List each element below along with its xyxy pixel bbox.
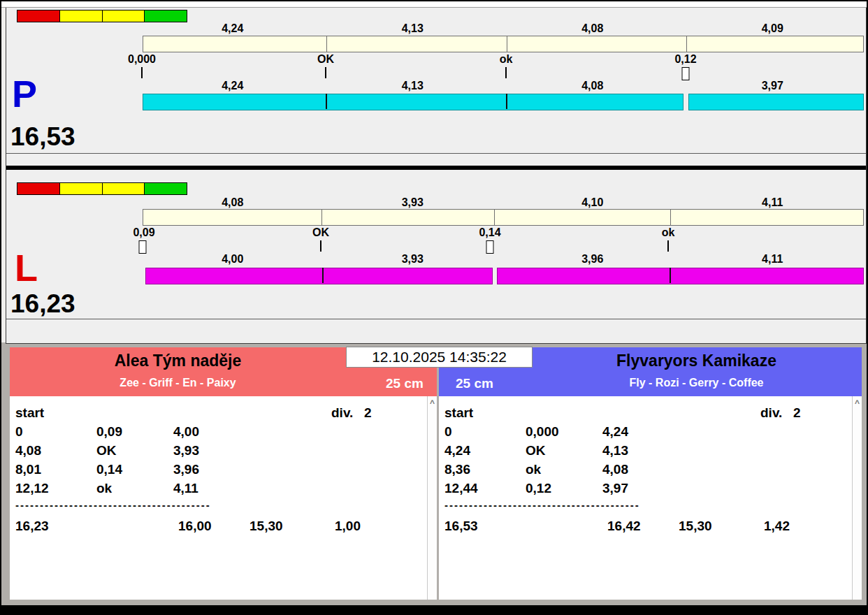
marker-glyph bbox=[325, 67, 326, 78]
totals-row: 16,23 16,00 15,30 1,00 bbox=[15, 519, 424, 534]
cross-status: ok bbox=[96, 481, 173, 496]
split-cumulative: 0 bbox=[15, 424, 96, 440]
bar-tick bbox=[507, 36, 507, 52]
marker-glyph bbox=[139, 240, 147, 254]
legend-red-segment bbox=[17, 10, 60, 22]
run-bar-segment bbox=[688, 94, 864, 110]
bar-tick bbox=[326, 36, 327, 52]
split-cumulative: 4,08 bbox=[15, 443, 96, 458]
separator-line bbox=[6, 319, 866, 319]
scrollbar[interactable]: ^ bbox=[427, 396, 437, 600]
legend-yellow-segment bbox=[60, 183, 103, 194]
run-bar-tick bbox=[322, 268, 324, 283]
cross-status: OK bbox=[526, 443, 602, 458]
table-separator: ---------------------------------------- bbox=[444, 500, 640, 510]
split-cumulative: 0 bbox=[444, 424, 526, 440]
clean-time: 16,42 bbox=[607, 519, 679, 534]
measured-time-bar bbox=[143, 36, 864, 52]
clean-time: 16,00 bbox=[178, 519, 249, 534]
team-table-right: start div. 2 0 0,000 4,24 4,24 OK 4,13 8… bbox=[439, 396, 862, 600]
table-row: 8,36 ok 4,08 bbox=[444, 462, 849, 477]
segment-time: 3,93 bbox=[323, 196, 503, 209]
difference-time: 1,42 bbox=[764, 519, 790, 534]
segment-time: 4,13 bbox=[323, 22, 503, 35]
scrollbar[interactable]: ^ bbox=[852, 396, 862, 600]
run-bar-tick bbox=[670, 268, 671, 283]
table-header-row: start bbox=[15, 405, 424, 421]
status-legend bbox=[17, 182, 187, 195]
run-bar-segment bbox=[497, 268, 864, 284]
run-bar-tick bbox=[506, 94, 507, 109]
lane-total-time: 16,53 bbox=[10, 124, 75, 150]
marker-glyph bbox=[486, 240, 494, 254]
segment-time: 4,08 bbox=[502, 22, 683, 35]
split-marker: ok bbox=[500, 53, 513, 66]
legend-red-segment bbox=[17, 183, 60, 194]
leg-time: 4,13 bbox=[602, 443, 628, 458]
lane-letter-l: L bbox=[15, 249, 38, 287]
segment-time: 4,11 bbox=[683, 196, 863, 209]
bar-tick bbox=[670, 210, 671, 225]
division-value: 2 bbox=[793, 405, 801, 421]
legend-yellow-segment bbox=[60, 10, 103, 22]
legend-green-segment bbox=[145, 183, 187, 194]
segment-time: 4,09 bbox=[683, 22, 863, 35]
table-row: 12,12 ok 4,11 bbox=[15, 481, 424, 496]
bar-tick bbox=[686, 36, 687, 52]
run-bar-segment bbox=[143, 94, 683, 110]
leg-time: 3,97 bbox=[602, 481, 628, 496]
table-row: 12,44 0,12 3,97 bbox=[444, 481, 849, 496]
split-marker: OK bbox=[317, 53, 334, 66]
cross-status: 0,12 bbox=[526, 481, 602, 496]
cross-status: 0,14 bbox=[96, 462, 173, 477]
segment-time: 4,13 bbox=[323, 80, 503, 92]
split-marker: 0,12 bbox=[674, 53, 696, 66]
legend-yellow2-segment bbox=[103, 183, 145, 194]
table-row: 4,08 OK 3,93 bbox=[15, 443, 424, 458]
segment-time: 3,97 bbox=[683, 80, 863, 92]
split-marker: 0,09 bbox=[133, 226, 154, 239]
bottom-black-bar bbox=[0, 605, 868, 615]
scroll-up-icon[interactable]: ^ bbox=[853, 398, 862, 408]
marker-glyph bbox=[505, 67, 507, 78]
menu-bar-remnant bbox=[1, 1, 867, 8]
lane-total-time: 16,23 bbox=[10, 291, 75, 317]
cross-status: ok bbox=[526, 462, 602, 477]
segment-time: 3,96 bbox=[502, 253, 683, 266]
marker-glyph bbox=[320, 240, 321, 252]
jump-height-badge: 25 cm bbox=[456, 376, 493, 391]
split-marker: 0,000 bbox=[128, 53, 156, 66]
difference-time: 1,00 bbox=[335, 519, 361, 534]
leg-time: 3,93 bbox=[173, 443, 199, 458]
table-row: 0 0,09 4,00 bbox=[15, 424, 424, 440]
marker-glyph bbox=[667, 240, 669, 252]
segment-time: 4,11 bbox=[683, 253, 863, 266]
table-separator: ---------------------------------------- bbox=[15, 500, 211, 510]
split-values-bottom: 4,00 3,93 3,96 4,11 bbox=[143, 253, 862, 266]
team-name: Flyvaryors Kamikaze bbox=[531, 352, 862, 370]
team-name: Alea Tým naděje bbox=[10, 352, 346, 370]
bar-tick bbox=[321, 210, 322, 225]
jump-height-badge: 25 cm bbox=[386, 376, 424, 391]
scroll-up-icon[interactable]: ^ bbox=[428, 398, 437, 408]
segment-time: 4,24 bbox=[143, 22, 323, 35]
start-label: start bbox=[444, 405, 526, 421]
segment-time: 3,93 bbox=[323, 253, 503, 266]
split-values-top: 4,08 3,93 4,10 4,11 bbox=[143, 196, 862, 209]
leg-time: 3,96 bbox=[173, 462, 199, 477]
lanes-container: 4,24 4,13 4,08 4,09 0,000 OK ok 0,12 4,2… bbox=[6, 7, 867, 344]
split-marker: OK bbox=[312, 226, 329, 239]
split-values-bottom: 4,24 4,13 4,08 3,97 bbox=[143, 80, 862, 92]
segment-time: 4,24 bbox=[143, 80, 323, 92]
bar-tick bbox=[494, 210, 495, 225]
leg-time: 4,24 bbox=[602, 424, 628, 440]
leg-time: 4,11 bbox=[173, 481, 198, 496]
split-cumulative: 8,36 bbox=[444, 462, 526, 477]
table-row: 4,24 OK 4,13 bbox=[444, 443, 849, 458]
lane-letter-p: P bbox=[12, 75, 37, 113]
measured-time-bar bbox=[143, 209, 864, 226]
segment-time: 4,10 bbox=[502, 196, 683, 209]
lane-divider bbox=[6, 166, 866, 170]
start-fault: 0,09 bbox=[96, 424, 173, 440]
marker-glyph bbox=[141, 67, 143, 78]
